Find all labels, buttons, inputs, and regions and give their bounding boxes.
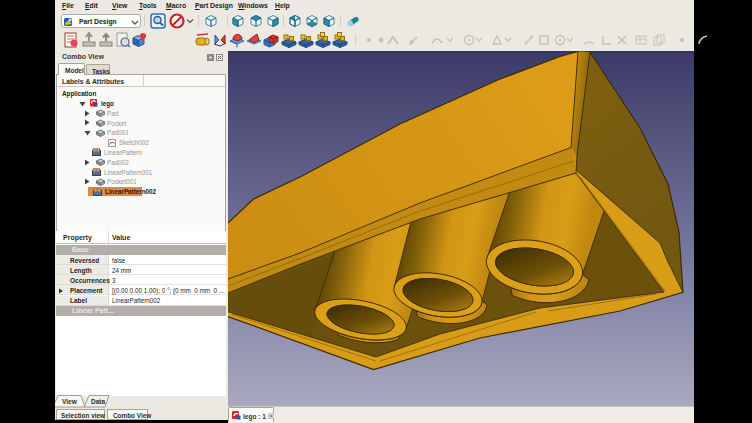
svg-text:Data: Data <box>91 398 105 405</box>
svg-text:View: View <box>62 398 78 405</box>
